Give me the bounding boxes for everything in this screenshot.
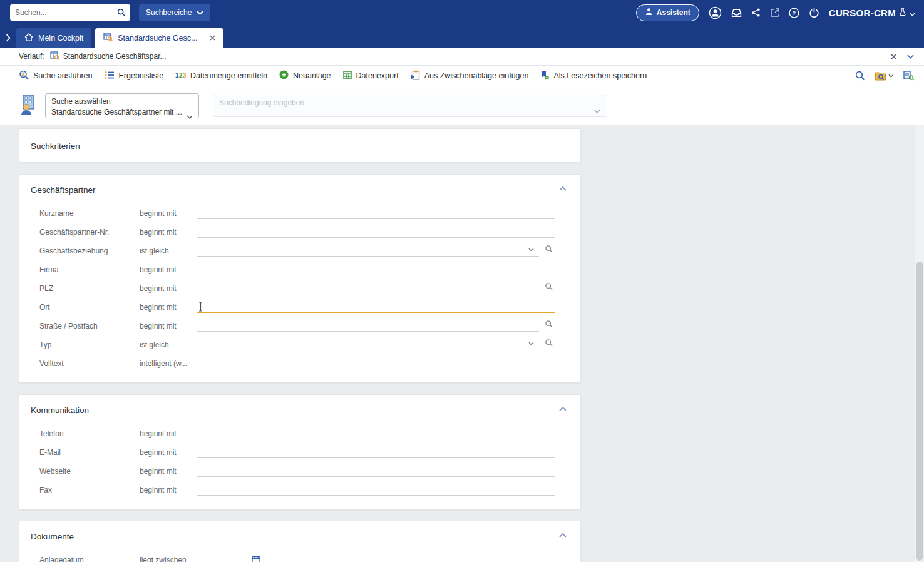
operator-selector[interactable]: beginnt mit: [140, 284, 197, 293]
text-cursor: [198, 302, 203, 312]
lookup-magnifier-icon[interactable]: [545, 245, 553, 256]
suchbedingung-combobox[interactable]: Suchbedingung eingeben: [213, 95, 607, 117]
ergebnisliste-button[interactable]: Ergebnisliste: [105, 71, 164, 81]
collapse-chevron-up-icon[interactable]: [558, 185, 568, 192]
operator-selector[interactable]: beginnt mit: [140, 322, 197, 330]
input-underline: [197, 476, 555, 477]
strasse-postfach-input[interactable]: [197, 319, 555, 334]
toolbar-right-icons: [855, 71, 914, 81]
scrollbar-thumb[interactable]: [916, 262, 923, 561]
operator-selector[interactable]: beginnt mit: [140, 303, 197, 312]
vertical-scrollbar[interactable]: [915, 125, 924, 562]
inbox-icon[interactable]: [731, 8, 742, 18]
help-icon[interactable]: ?: [789, 8, 799, 18]
search-table-icon: [103, 33, 113, 43]
form-row: Fax beginnt mit: [19, 481, 580, 499]
action-toolbar: Suche ausführen Ergebnisliste 123 Datenm…: [0, 66, 924, 86]
anlagedatum-input[interactable]: [197, 553, 555, 562]
collapse-chevron-up-icon[interactable]: [558, 532, 568, 539]
quick-search-icon[interactable]: [855, 71, 865, 81]
lookup-magnifier-icon[interactable]: [545, 320, 553, 331]
suchbereiche-button[interactable]: Suchbereiche: [139, 4, 210, 21]
input-underline: [197, 495, 555, 496]
field-label: Kurzname: [39, 209, 140, 218]
share-icon[interactable]: [751, 8, 761, 18]
geschaeftsbeziehung-input[interactable]: [197, 243, 555, 258]
verlauf-chevron-down-icon[interactable]: [907, 54, 914, 59]
webseite-input[interactable]: [197, 464, 555, 479]
plz-input[interactable]: [197, 281, 555, 296]
firma-input[interactable]: [197, 262, 555, 277]
verlauf-entry[interactable]: Standardsuche Geschäftspar...: [50, 51, 167, 62]
lookup-magnifier-icon[interactable]: [545, 339, 553, 350]
input-underline: [197, 275, 555, 275]
open-external-icon[interactable]: [770, 8, 779, 18]
input-underline: [197, 256, 539, 257]
tabbar: Mein Cockpit Standardsuche Gesc...: [0, 25, 924, 48]
section-title: Geschäftspartner: [31, 185, 96, 195]
account-icon[interactable]: [709, 6, 722, 19]
assistent-button[interactable]: Assistent: [636, 4, 699, 21]
operator-selector[interactable]: beginnt mit: [140, 448, 197, 457]
verlauf-label: Verlauf:: [19, 52, 44, 61]
search-select-row: Suche auswählen Standardsuche Geschäftsp…: [0, 86, 924, 125]
brand-caret-icon[interactable]: [910, 8, 915, 18]
topbar: Suchbereiche Assistent ?: [0, 0, 924, 25]
typ-input[interactable]: [197, 337, 555, 352]
toolbar-item-label: Datenmenge ermitteln: [190, 71, 267, 80]
fax-input[interactable]: [197, 483, 555, 498]
search-in-list-icon[interactable]: [903, 71, 914, 81]
operator-selector[interactable]: beginnt mit: [140, 429, 197, 438]
datenexport-button[interactable]: Datenexport: [343, 71, 399, 81]
toolbar-item-label: Ergebnisliste: [119, 71, 164, 80]
expand-navigation-icon[interactable]: [0, 34, 16, 42]
suchbedingung-placeholder: Suchbedingung eingeben: [219, 98, 304, 107]
input-underline: [197, 218, 555, 219]
input-underline: [197, 237, 555, 238]
search-icon[interactable]: [117, 8, 126, 19]
dropdown-chevron-icon[interactable]: [528, 337, 534, 348]
ort-input[interactable]: [197, 300, 555, 315]
tab-mein-cockpit[interactable]: Mein Cockpit: [16, 28, 91, 48]
geschaeftspartner-nr-input[interactable]: [197, 225, 555, 240]
operator-selector[interactable]: beginnt mit: [140, 467, 197, 476]
form-row: Straße / Postfach beginnt mit: [19, 317, 580, 335]
chevron-down-icon: [197, 8, 203, 17]
section-geschaeftspartner: Geschäftspartner Kurzname beginnt mit Ge…: [19, 174, 581, 383]
input-underline-focused: [197, 312, 555, 313]
email-input[interactable]: [197, 445, 555, 460]
section-dokumente: Dokumente Anlagedatum liegt zwischen: [19, 521, 581, 562]
verlauf-close-icon[interactable]: [890, 53, 897, 60]
operator-selector[interactable]: beginnt mit: [140, 486, 197, 494]
neuanlage-button[interactable]: Neuanlage: [279, 70, 331, 81]
tab-close-icon[interactable]: [210, 35, 215, 41]
suche-ausfuehren-button[interactable]: Suche ausführen: [19, 70, 93, 82]
telefon-input[interactable]: [197, 426, 555, 441]
operator-selector[interactable]: liegt zwischen: [140, 556, 197, 562]
suche-auswaehlen-dropdown[interactable]: Suche auswählen Standardsuche Geschäftsp…: [45, 93, 199, 118]
operator-selector[interactable]: ist gleich: [140, 247, 197, 255]
calendar-icon[interactable]: [252, 555, 260, 562]
zwischenablage-einfuegen-button[interactable]: Aus Zwischenablage einfügen: [411, 70, 529, 82]
operator-selector[interactable]: ist gleich: [140, 340, 197, 349]
search-input[interactable]: [10, 4, 113, 21]
volltext-input[interactable]: [197, 356, 555, 371]
collapse-chevron-up-icon[interactable]: [558, 406, 568, 412]
tab-standardsuche[interactable]: Standardsuche Gesc...: [95, 28, 223, 48]
operator-selector[interactable]: intelligent (w...: [140, 359, 197, 368]
search-person-icon: [19, 70, 29, 82]
toolbar-item-label: Neuanlage: [293, 71, 331, 80]
kurzname-input[interactable]: [197, 206, 555, 221]
operator-selector[interactable]: beginnt mit: [140, 265, 197, 274]
operator-selector[interactable]: beginnt mit: [140, 228, 197, 237]
operator-selector[interactable]: beginnt mit: [140, 209, 197, 218]
input-underline: [197, 294, 539, 294]
toolbar-item-label: Suche ausführen: [33, 71, 93, 80]
dropdown-chevron-icon[interactable]: [528, 243, 534, 254]
folder-search-icon[interactable]: [875, 71, 894, 81]
lookup-magnifier-icon[interactable]: [545, 282, 553, 294]
datenmenge-ermitteln-button[interactable]: 123 Datenmenge ermitteln: [175, 71, 267, 81]
lesezeichen-speichern-button[interactable]: Als Lesezeichen speichern: [540, 70, 647, 82]
form-row: Webseite beginnt mit: [19, 462, 580, 481]
logout-power-icon[interactable]: [809, 8, 819, 18]
